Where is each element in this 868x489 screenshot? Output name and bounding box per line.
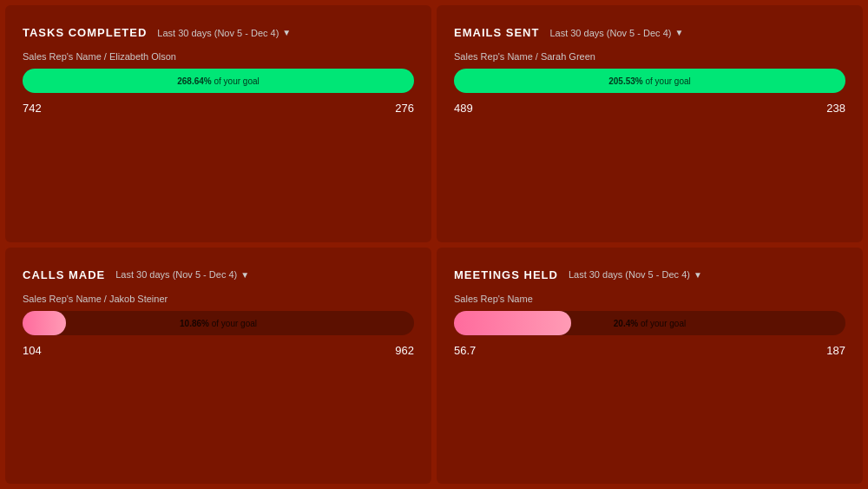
progress-bar-container: 205.53% of your goal bbox=[454, 69, 845, 93]
card-title: MEETINGS HELD bbox=[454, 268, 558, 281]
card-title: EMAILS SENT bbox=[454, 26, 539, 39]
value-goal: 187 bbox=[826, 344, 845, 357]
card-title: TASKS COMPLETED bbox=[23, 26, 147, 39]
value-actual: 742 bbox=[23, 102, 42, 115]
value-actual: 104 bbox=[23, 344, 42, 357]
card-header: MEETINGS HELDLast 30 days (Nov 5 - Dec 4… bbox=[454, 268, 845, 281]
chevron-down-icon: ▼ bbox=[674, 28, 683, 37]
progress-bar bbox=[454, 311, 571, 335]
progress-label: 10.86% of your goal bbox=[180, 318, 257, 327]
rep-label: Sales Rep's Name / Sarah Green bbox=[454, 51, 845, 62]
value-actual: 489 bbox=[454, 102, 473, 115]
card-period[interactable]: Last 30 days (Nov 5 - Dec 4) ▼ bbox=[115, 269, 249, 280]
value-goal: 238 bbox=[826, 102, 845, 115]
value-goal: 962 bbox=[395, 344, 414, 357]
numbers-row: 742276 bbox=[23, 102, 414, 115]
progress-bar bbox=[454, 69, 845, 93]
numbers-row: 104962 bbox=[23, 344, 414, 357]
card-period[interactable]: Last 30 days (Nov 5 - Dec 4) ▼ bbox=[549, 28, 683, 38]
progress-label: 20.4% of your goal bbox=[614, 318, 686, 327]
card-period[interactable]: Last 30 days (Nov 5 - Dec 4) ▼ bbox=[157, 28, 291, 38]
chevron-down-icon: ▼ bbox=[694, 270, 702, 280]
card-title: CALLS MADE bbox=[23, 268, 105, 281]
card-header: EMAILS SENTLast 30 days (Nov 5 - Dec 4) … bbox=[454, 26, 845, 39]
progress-bar bbox=[23, 69, 414, 93]
progress-bar-container: 268.64% of your goal bbox=[23, 69, 414, 93]
card-period[interactable]: Last 30 days (Nov 5 - Dec 4) ▼ bbox=[569, 269, 702, 280]
card-calls-made: CALLS MADELast 30 days (Nov 5 - Dec 4) ▼… bbox=[5, 248, 431, 485]
card-header: CALLS MADELast 30 days (Nov 5 - Dec 4) ▼ bbox=[23, 268, 414, 281]
progress-bar-container: 10.86% of your goal bbox=[23, 311, 414, 335]
card-meetings-held: MEETINGS HELDLast 30 days (Nov 5 - Dec 4… bbox=[437, 248, 863, 485]
rep-label: Sales Rep's Name / Jakob Steiner bbox=[23, 294, 414, 304]
value-goal: 276 bbox=[395, 102, 414, 115]
chevron-down-icon: ▼ bbox=[240, 270, 249, 280]
rep-label: Sales Rep's Name bbox=[454, 294, 845, 304]
value-actual: 56.7 bbox=[454, 344, 476, 357]
progress-bar-container: 20.4% of your goal bbox=[454, 311, 845, 335]
card-header: TASKS COMPLETEDLast 30 days (Nov 5 - Dec… bbox=[23, 26, 414, 39]
card-emails-sent: EMAILS SENTLast 30 days (Nov 5 - Dec 4) … bbox=[437, 5, 863, 242]
numbers-row: 56.7187 bbox=[454, 344, 845, 357]
numbers-row: 489238 bbox=[454, 102, 845, 115]
progress-bar bbox=[23, 311, 66, 335]
chevron-down-icon: ▼ bbox=[282, 28, 291, 37]
card-tasks-completed: TASKS COMPLETEDLast 30 days (Nov 5 - Dec… bbox=[5, 5, 431, 242]
rep-label: Sales Rep's Name / Elizabeth Olson bbox=[23, 51, 414, 62]
